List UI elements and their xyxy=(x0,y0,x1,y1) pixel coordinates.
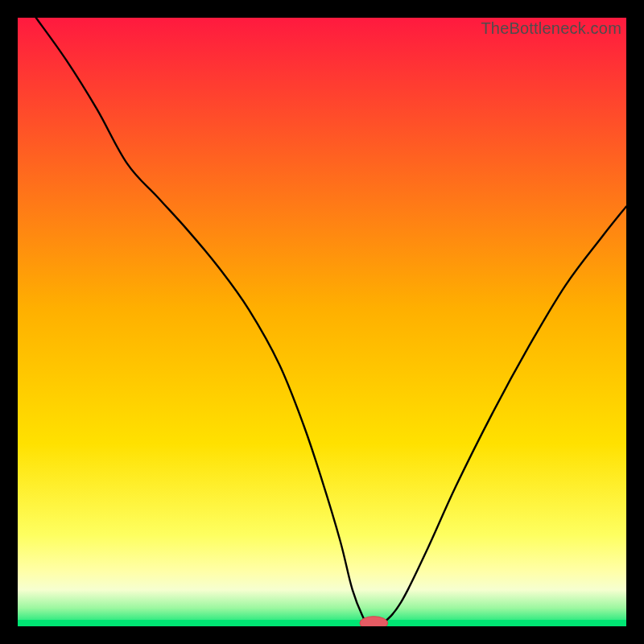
plot-area: TheBottleneck.com xyxy=(18,18,626,626)
gradient-background xyxy=(18,18,626,626)
chart-svg xyxy=(18,18,626,626)
watermark-text: TheBottleneck.com xyxy=(481,19,621,38)
baseline-strip xyxy=(18,620,626,626)
optimal-point-marker xyxy=(360,617,388,626)
chart-frame: TheBottleneck.com xyxy=(0,0,644,644)
